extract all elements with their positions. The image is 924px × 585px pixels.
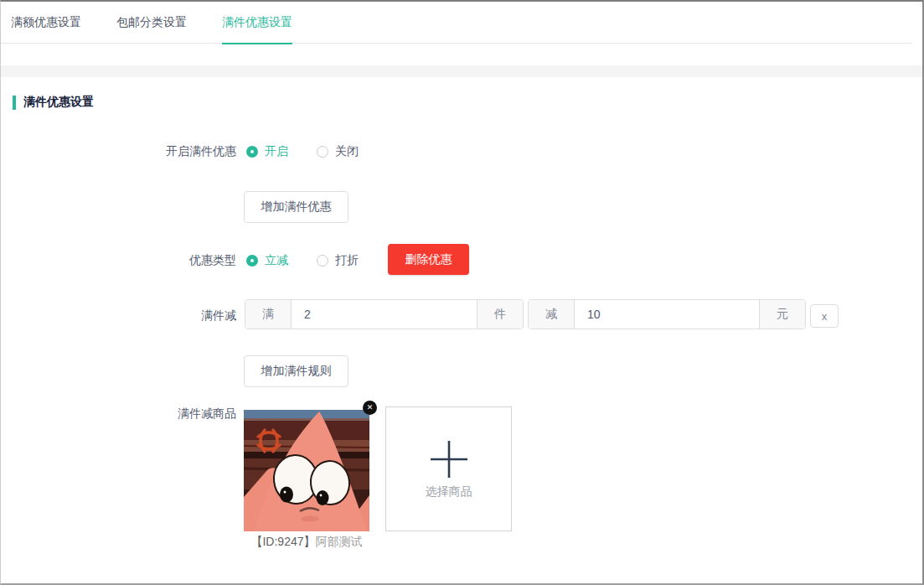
product-caption: 【ID:9247】阿部测试 xyxy=(235,535,378,550)
radio-type-percent-off[interactable]: 打折 xyxy=(317,253,359,268)
radio-unselected-icon xyxy=(317,146,328,158)
radio-enable-off[interactable]: 关闭 xyxy=(317,144,359,159)
enable-radio-group: 开启 关闭 xyxy=(246,144,387,159)
delete-discount-button[interactable]: 删除优惠 xyxy=(388,244,469,275)
remove-rule-button[interactable]: x xyxy=(810,304,839,328)
enable-discount-label: 开启满件优惠 xyxy=(1,144,236,159)
amount-input[interactable] xyxy=(575,300,759,329)
amount-prefix-label: 减 xyxy=(529,300,575,329)
discount-settings-page: 满额优惠设置 包邮分类设置 满件优惠设置 满件优惠设置 开启满件优惠 开启 关闭… xyxy=(0,0,924,585)
discount-type-label: 优惠类型 xyxy=(1,253,236,268)
radio-percent-off-label: 打折 xyxy=(335,253,359,268)
add-discount-button[interactable]: 增加满件优惠 xyxy=(244,191,348,223)
remove-product-icon[interactable]: ✕ xyxy=(363,401,377,415)
radio-type-minus[interactable]: 立减 xyxy=(246,253,288,268)
product-image xyxy=(244,410,369,531)
radio-enable-on[interactable]: 开启 xyxy=(246,144,288,159)
product-id: 【ID:9247】 xyxy=(250,535,315,548)
product-name: 阿部测试 xyxy=(316,535,363,548)
section-header: 满件优惠设置 xyxy=(13,95,94,110)
section-divider xyxy=(1,65,922,77)
quantity-suffix-label: 件 xyxy=(477,300,523,329)
amount-suffix-label: 元 xyxy=(759,300,805,329)
plus-icon xyxy=(428,438,470,480)
page-title: 满件优惠设置 xyxy=(23,95,94,110)
radio-minus-label: 立减 xyxy=(265,253,288,268)
quantity-input-group: 满 件 xyxy=(245,299,524,329)
tabs-bar: 满额优惠设置 包邮分类设置 满件优惠设置 xyxy=(1,2,912,44)
select-product-button[interactable]: 选择商品 xyxy=(385,406,512,531)
radio-selected-icon xyxy=(246,255,258,267)
section-accent-bar xyxy=(13,96,16,110)
add-rule-button[interactable]: 增加满件规则 xyxy=(244,355,348,387)
tab-free-shipping-category[interactable]: 包邮分类设置 xyxy=(116,2,187,44)
select-product-label: 选择商品 xyxy=(426,484,472,500)
quantity-input[interactable] xyxy=(292,300,477,329)
tab-full-amount-discount[interactable]: 满额优惠设置 xyxy=(11,2,81,44)
radio-off-label: 关闭 xyxy=(335,144,359,159)
radio-unselected-icon xyxy=(317,255,328,267)
rule-label: 满件减 xyxy=(1,308,236,324)
product-thumbnail xyxy=(244,410,369,531)
radio-selected-icon xyxy=(246,146,258,158)
quantity-prefix-label: 满 xyxy=(245,300,292,329)
products-label: 满件减商品 xyxy=(1,406,236,422)
amount-input-group: 减 元 xyxy=(528,299,806,329)
type-radio-group: 立减 打折 xyxy=(246,253,387,268)
tab-quantity-discount[interactable]: 满件优惠设置 xyxy=(222,2,292,44)
radio-on-label: 开启 xyxy=(265,144,288,159)
